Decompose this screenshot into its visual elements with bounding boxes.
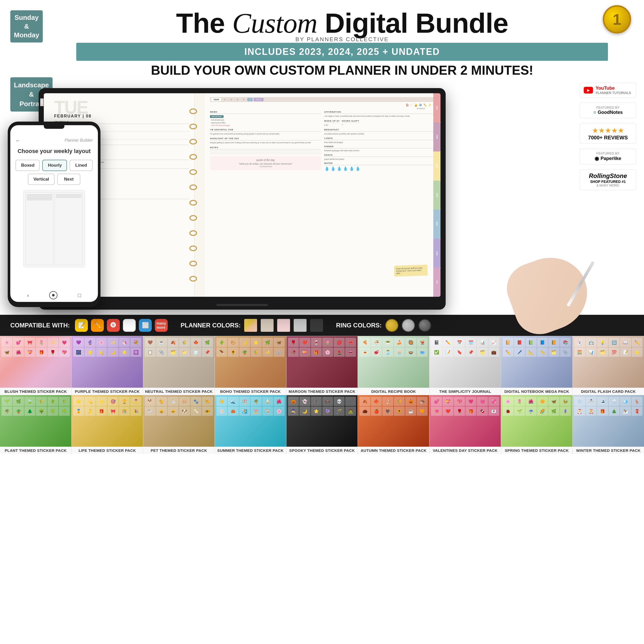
- notes-icon: 📝: [75, 319, 88, 332]
- more-icon: manymore: [155, 319, 168, 332]
- product-item: 🍕🍜🥗🍰🥘🫕🍝🥩🫙🧁🍲🥣DIGITAL RECIPE BOOK: [358, 336, 429, 395]
- color-swatch-neutral: [261, 319, 274, 332]
- medal-badge: 1: [603, 5, 636, 39]
- ring-swatch-silver: [402, 319, 415, 332]
- by-line: BY PLANNERS COLLECTIVE: [50, 36, 634, 43]
- product-item: 🌸🌷🌺🌼🦋🐝🐞🌱☔🌈🌿🪻SPRING THEMED STICKER PACK: [501, 395, 573, 454]
- boxed-button[interactable]: Boxed: [15, 160, 40, 171]
- planner-colors-label: PLANNER COLORS:: [181, 322, 241, 329]
- sticky-note: Drop off soccer stuff at Lisa's house by…: [394, 265, 428, 277]
- phone-screen: ← Planner Builder Choose your weekly lay…: [10, 125, 98, 302]
- month-tabs-right: JAN FEB MAR APR MAY JUN JUL: [433, 93, 440, 297]
- app-icons: 📝 ✏️ 🅝 GN ⬜ manymore: [75, 319, 168, 332]
- product-grid-row-2: 🌱🌿🍃🌾🌵🎋🌴🪴🌲🌳🍀☘️PLANT THEMED STICKER PACK🌟💫…: [0, 395, 644, 454]
- includes-banner: INCLUDES 2023, 2024, 2025 + UNDATED: [76, 43, 608, 61]
- color-swatch-gray: [294, 319, 307, 332]
- planner-date: FEBRUARY | 08: [54, 114, 189, 118]
- quote-section: quote of the day "what you do today, can…: [210, 156, 321, 170]
- ring-colors-section: RING COLORS:: [336, 319, 431, 332]
- color-swatch-blush: [277, 319, 290, 332]
- product-item: ☀️🌊🏖️🌴🍦🌺🐚🦀🏄⛱️🍹🌸SUMMER THEMED STICKER PAC…: [215, 395, 286, 454]
- product-item: 🎃👻🕷️🦇💀🕸️🧙🌙⭐🔮🪄🧟SPOOKY THEMED STICKER PACK: [286, 395, 358, 454]
- product-label: NEUTRAL THEMED STICKER PACK: [143, 388, 215, 395]
- phone-bottom-nav: ‹ □: [17, 291, 91, 299]
- next-button[interactable]: Next: [57, 174, 80, 185]
- product-item: 🃏📇💡🔢📖✏️🧮📊🗂️💯📝⭐DIGITAL FLASH CARD PACK: [573, 336, 644, 395]
- phone-menu-btn[interactable]: □: [78, 292, 81, 298]
- product-label: PLANT THEMED STICKER PACK: [0, 447, 71, 454]
- product-label: WINTER THEMED STICKER PACK: [573, 447, 644, 454]
- phone-back-arrow[interactable]: ←: [15, 138, 20, 143]
- vertical-button[interactable]: Vertical: [28, 174, 55, 185]
- ring-colors-label: RING COLORS:: [336, 322, 382, 329]
- planner-colors-section: PLANNER COLORS:: [181, 319, 323, 332]
- product-item: ❄️⛄🎿🌨️🧊🦌🎅🤶🎁🎄⛷️🧣WINTER THEMED STICKER PAC…: [573, 395, 644, 454]
- product-label: PURPLE THEMED STICKER PACK: [72, 388, 143, 395]
- spiral-rings: [189, 93, 200, 297]
- tablet-home-bar: [216, 304, 268, 306]
- main-content: ← Planner Builder Choose your weekly lay…: [0, 83, 644, 315]
- medal-circle: 1: [603, 5, 631, 33]
- compatible-label: COMPATIBLE WITH:: [10, 322, 70, 329]
- product-label: SUMMER THEMED STICKER PACK: [215, 447, 286, 454]
- planner-right-page: YEAR 1 2 3 4 5 DASH 🏠 ♡ 🔔 ⚙️ ✏️: [205, 93, 440, 297]
- ring-swatch-dark: [418, 319, 431, 332]
- phone-home-btn[interactable]: [49, 291, 57, 299]
- notability-icon: 🅝: [107, 319, 120, 332]
- product-label: BOHO THEMED STICKER PACK: [215, 388, 286, 395]
- product-label: THE SIMPLICITY JOURNAL: [429, 388, 501, 395]
- product-label: PET THEMED STICKER PACK: [143, 447, 215, 454]
- phone-notch: [44, 125, 64, 129]
- phone-brand: Planner Builder: [65, 138, 93, 143]
- page-tabs: YEAR 1 2 3 4 5 DASH: [210, 97, 435, 102]
- product-item: 💕💝💖💗💓💞💘❤️🌹🎁🍫💌VALENTINES DAY STICKER PACK: [429, 395, 501, 454]
- goodnotes-icon: GN: [123, 319, 136, 332]
- pencil-icon: ✏️: [91, 319, 104, 332]
- tablet-screen: JAN TUE FEBRUARY | 08 SCHEDULE 6 Wake up…: [44, 93, 440, 297]
- product-label: LIFE THEMED STICKER PACK: [72, 447, 143, 454]
- product-label: DIGITAL RECIPE BOOK: [358, 388, 429, 395]
- color-swatch-rainbow: [244, 319, 257, 332]
- product-label: VALENTINES DAY STICKER PACK: [429, 447, 501, 454]
- phone-choose-layout-title: Choose your weekly layout: [18, 148, 91, 155]
- product-item: 📓✏️📅🗓️📊📈✅📝🔖📌🗂️💼THE SIMPLICITY JOURNAL: [429, 336, 501, 395]
- product-grid-row-1: 🌸💕🎀🌷✨💗🦋🌺💝🎁🌹💖BLUSH THEMED STICKER PACK💜🔮🌸…: [0, 336, 644, 395]
- title-section: The Custom Digital Bundle BY PLANNERS CO…: [50, 8, 634, 78]
- product-item: 🌵🎨🌙⭐🌿🦋🪶🌻🪴🌾✨🪬BOHO THEMED STICKER PACK: [215, 336, 286, 395]
- phone-preview: [23, 190, 85, 267]
- product-item: 🤎☕🍂🌾🍁🌿📋📎🗂️📁🗒️📌NEUTRAL THEMED STICKER PAC…: [143, 336, 215, 395]
- day-badge: Sunday & Monday: [10, 10, 43, 43]
- product-label: DIGITAL FLASH CARD PACK: [573, 388, 644, 395]
- color-swatch-dark: [310, 319, 323, 332]
- product-item: 📔📕📗📘📙📚✏️🖊️📐📏🗂️📎DIGITAL NOTEBOOK MEGA PAC…: [501, 336, 573, 395]
- product-item: 🌸💕🎀🌷✨💗🦋🌺💝🎁🌹💖BLUSH THEMED STICKER PACK: [0, 336, 72, 395]
- product-label: DIGITAL NOTEBOOK MEGA PACK: [501, 388, 572, 395]
- month-tabs-left: JAN: [44, 98, 45, 106]
- product-label: MAROON THEMED STICKER PACK: [286, 388, 358, 395]
- lined-button[interactable]: Lined: [70, 160, 93, 171]
- product-item: 🐕🐈🐇🐹🐾🦮🐩😸🐱🐶🦴🐠PET THEMED STICKER PACK: [143, 395, 215, 454]
- build-subtitle: BUILD YOUR OWN CUSTOM PLANNER IN UNDER 2…: [50, 63, 634, 78]
- product-item: 🍂🍁🍄🌾🎃🦔🌰🍎🦃🌻☕🧡AUTUMN THEMED STICKER PACK: [358, 395, 429, 454]
- header: Sunday & Monday The Custom Digital Bundl…: [0, 0, 644, 80]
- product-label: SPRING THEMED STICKER PACK: [501, 447, 572, 454]
- planner-icons-row: 🏠 ♡ 🔔 ⚙️ ✏️ ⚡ ⋯: [210, 104, 435, 106]
- product-label: AUTUMN THEMED STICKER PACK: [358, 447, 429, 454]
- product-item: 🌱🌿🍃🌾🌵🎋🌴🪴🌲🌳🍀☘️PLANT THEMED STICKER PACK: [0, 395, 72, 454]
- phone-back-btn[interactable]: ‹: [27, 292, 29, 298]
- week-text: ◄ WEEK: [210, 107, 435, 110]
- product-item: 💜🔮🌸✨🦄💐🎆🌟💫🌙⭐🔯PURPLE THEMED STICKER PACK: [72, 336, 143, 395]
- phone-layout-buttons: Boxed Hourly Lined Vertical Next: [15, 160, 93, 185]
- product-item: 🌟💫⭐🎯🏆🎖️🏅🎗️🎁🎀🎊🎉LIFE THEMED STICKER PACK: [72, 395, 143, 454]
- product-item: 🌹❤️🍷🌷💋🎀🥀💝🎁🌸💄👄MAROON THEMED STICKER PACK: [286, 336, 358, 395]
- ring-swatch-gold: [385, 319, 398, 332]
- right-page-grid: MEMO IMPORTANT - Call dentist back - sto…: [210, 111, 435, 171]
- product-label: SPOOKY THEMED STICKER PACK: [286, 447, 358, 454]
- product-label: BLUSH THEMED STICKER PACK: [0, 388, 71, 395]
- phone-mockup: ← Planner Builder Choose your weekly lay…: [8, 122, 100, 307]
- whiteboard-icon: ⬜: [139, 319, 152, 332]
- main-title: The Custom Digital Bundle: [50, 9, 634, 37]
- water-tracker: 💧 💧 💧 💧 💧 💧: [324, 166, 435, 171]
- hand-stylus: [484, 240, 587, 330]
- hourly-button[interactable]: Hourly: [42, 160, 67, 171]
